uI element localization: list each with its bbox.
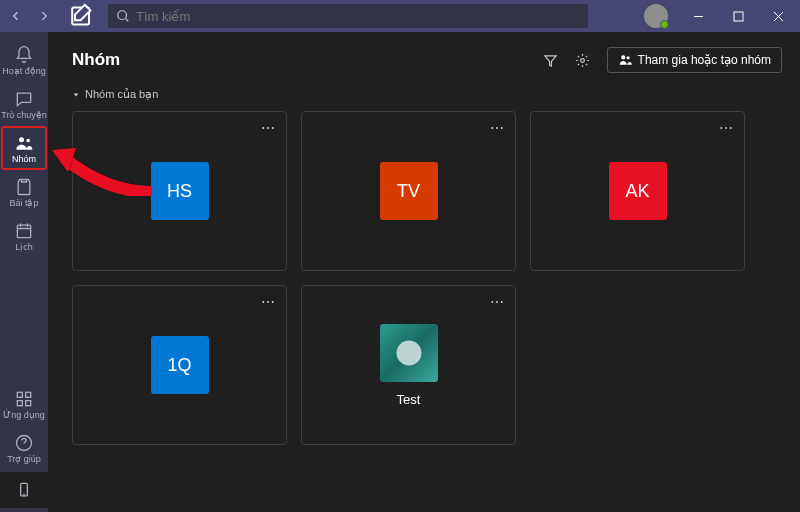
chat-icon (14, 89, 34, 109)
team-name: Test (397, 392, 421, 407)
rail-apps[interactable]: Ứng dụng (0, 382, 48, 426)
svg-rect-9 (26, 400, 31, 405)
nav-forward-button[interactable] (32, 4, 56, 28)
card-more-button[interactable]: ⋯ (258, 294, 278, 310)
page-header: Nhóm Tham gia hoặc tạo nhóm (72, 46, 782, 74)
minimize-button[interactable] (680, 2, 716, 30)
rail-calendar[interactable]: Lịch (0, 214, 48, 258)
rail-activity[interactable]: Hoạt động (0, 38, 48, 82)
assignments-icon (14, 177, 34, 197)
search-icon (116, 9, 130, 23)
team-avatar (380, 324, 438, 382)
rail-teams[interactable]: Nhóm (0, 126, 48, 170)
rail-label: Bài tập (9, 198, 38, 208)
rail-label: Ứng dụng (3, 410, 45, 420)
rail-label: Trợ giúp (7, 454, 41, 464)
title-bar (0, 0, 800, 32)
chevron-down-icon (72, 91, 80, 99)
rail-chat[interactable]: Trò chuyện (0, 82, 48, 126)
rail-label: Trò chuyện (1, 110, 47, 120)
team-card[interactable]: ⋯1Q (72, 285, 287, 445)
teams-grid: ⋯HS⋯TV⋯AK⋯1Q⋯Test (72, 111, 782, 445)
search-input[interactable] (136, 9, 580, 24)
svg-point-1 (118, 11, 127, 20)
svg-point-15 (396, 340, 421, 365)
filter-icon (543, 53, 558, 68)
team-card[interactable]: ⋯HS (72, 111, 287, 271)
join-create-team-button[interactable]: Tham gia hoặc tạo nhóm (607, 47, 782, 73)
card-more-button[interactable]: ⋯ (716, 120, 736, 136)
team-avatar: HS (151, 162, 209, 220)
svg-rect-2 (734, 12, 743, 21)
svg-rect-7 (26, 392, 31, 397)
svg-point-3 (19, 137, 24, 142)
filter-button[interactable] (537, 46, 565, 74)
rail-download[interactable] (0, 472, 48, 508)
bell-icon (14, 45, 34, 65)
rail-label: Nhóm (12, 154, 36, 164)
rail-help[interactable]: Trợ giúp (0, 426, 48, 470)
people-icon (618, 53, 632, 67)
device-icon (14, 480, 34, 500)
help-icon (14, 433, 34, 453)
presence-badge (660, 20, 669, 29)
page-title: Nhóm (72, 50, 533, 70)
settings-button[interactable] (569, 46, 597, 74)
svg-point-13 (621, 55, 625, 59)
svg-point-12 (581, 58, 585, 62)
card-more-button[interactable]: ⋯ (487, 120, 507, 136)
card-more-button[interactable]: ⋯ (258, 120, 278, 136)
svg-rect-6 (17, 392, 22, 397)
team-avatar: AK (609, 162, 667, 220)
join-button-label: Tham gia hoặc tạo nhóm (638, 53, 771, 67)
card-more-button[interactable]: ⋯ (487, 294, 507, 310)
apps-icon (14, 389, 34, 409)
app-rail: Hoạt động Trò chuyện Nhóm Bài tập Lịch Ứ… (0, 32, 48, 512)
nav-back-button[interactable] (4, 4, 28, 28)
team-card[interactable]: ⋯Test (301, 285, 516, 445)
team-card[interactable]: ⋯TV (301, 111, 516, 271)
section-label: Nhóm của bạn (85, 88, 158, 101)
section-your-teams[interactable]: Nhóm của bạn (72, 88, 782, 101)
search-box[interactable] (108, 4, 588, 28)
gear-icon (575, 53, 590, 68)
rail-assignments[interactable]: Bài tập (0, 170, 48, 214)
user-avatar[interactable] (644, 4, 668, 28)
svg-rect-8 (17, 400, 22, 405)
compose-button[interactable] (68, 2, 96, 30)
team-card[interactable]: ⋯AK (530, 111, 745, 271)
team-avatar: TV (380, 162, 438, 220)
body: Hoạt động Trò chuyện Nhóm Bài tập Lịch Ứ… (0, 32, 800, 512)
close-button[interactable] (760, 2, 796, 30)
rail-label: Hoạt động (2, 66, 46, 76)
svg-point-4 (26, 138, 30, 142)
calendar-icon (14, 221, 34, 241)
svg-point-14 (626, 56, 629, 59)
main-content: Nhóm Tham gia hoặc tạo nhóm Nhóm của bạn… (48, 32, 800, 512)
maximize-button[interactable] (720, 2, 756, 30)
team-avatar: 1Q (151, 336, 209, 394)
svg-rect-5 (17, 225, 30, 238)
teams-icon (14, 133, 34, 153)
rail-label: Lịch (15, 242, 33, 252)
